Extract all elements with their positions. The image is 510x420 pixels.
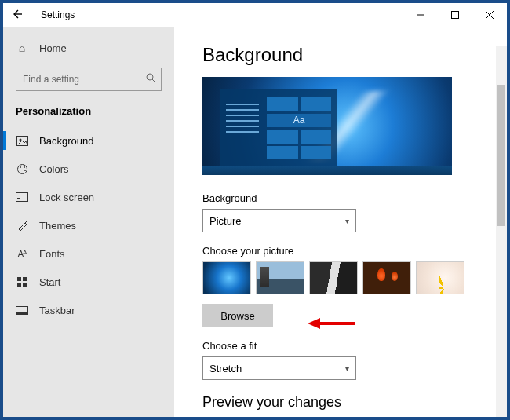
themes-icon [16,220,28,232]
back-button[interactable] [3,3,30,27]
sidebar-item-label: Background [39,135,93,147]
sidebar-item-taskbar[interactable]: Taskbar [3,296,174,324]
svg-rect-17 [16,312,28,314]
content-pane: Background Aa Background Picture ▾ [174,27,507,417]
search-placeholder: Find a setting [23,74,79,85]
window-title: Settings [41,9,75,20]
maximize-button[interactable] [438,3,472,27]
svg-rect-13 [23,277,27,281]
sidebar-item-start[interactable]: Start [3,268,174,296]
sidebar-home-label: Home [39,42,67,54]
svg-line-3 [152,79,155,82]
back-icon [11,9,22,22]
picture-icon [16,136,28,146]
fit-select-value: Stretch [209,363,242,374]
sidebar-home[interactable]: ⌂ Home [3,35,174,61]
picture-thumb-3[interactable] [309,261,358,294]
browse-button[interactable]: Browse [202,304,273,327]
search-icon [146,73,156,86]
fit-label: Choose a fit [202,340,485,352]
sidebar-item-fonts[interactable]: AA Fonts [3,239,174,268]
picture-thumb-4[interactable] [362,261,411,294]
picture-thumb-2[interactable] [256,261,304,294]
svg-point-8 [24,166,25,168]
picture-thumbnails [202,261,485,294]
fonts-icon: AA [16,249,28,258]
svg-rect-1 [452,12,459,19]
picture-thumb-5[interactable] [416,261,464,294]
taskbar-icon [16,306,28,315]
browse-button-label: Browse [220,310,254,322]
palette-icon [16,163,28,175]
sidebar-section-title: Personalization [3,100,174,126]
svg-point-9 [24,170,26,171]
fit-select[interactable]: Stretch ▾ [202,356,356,380]
sidebar-item-label: Taskbar [39,305,75,316]
chevron-down-icon: ▾ [345,364,349,373]
desktop-preview: Aa [202,77,452,175]
page-title: Background [202,44,485,66]
svg-point-5 [19,138,21,141]
sidebar-item-label: Themes [39,220,76,232]
svg-point-6 [17,164,27,173]
svg-point-2 [147,74,153,80]
home-icon: ⌂ [16,42,28,54]
sidebar-item-label: Lock screen [39,192,94,203]
settings-window: Settings ⌂ Home Find a setting Personali… [3,3,507,417]
sidebar-item-colors[interactable]: Colors [3,155,174,183]
scrollbar[interactable] [496,46,507,417]
sidebar-item-label: Fonts [39,248,65,260]
minimize-button[interactable] [403,3,438,27]
close-button[interactable] [472,3,507,27]
background-select-value: Picture [209,215,241,227]
preview-changes-heading: Preview your changes [202,394,485,411]
svg-rect-11 [17,198,20,199]
svg-rect-12 [17,277,21,281]
sidebar-item-lockscreen[interactable]: Lock screen [3,183,174,211]
svg-rect-15 [23,283,27,287]
chevron-down-icon: ▾ [345,217,349,225]
preview-aa-tile: Aa [267,114,331,128]
svg-rect-14 [17,283,21,287]
lockscreen-icon [16,192,28,202]
svg-point-7 [20,166,21,168]
background-select[interactable]: Picture ▾ [202,209,356,232]
choose-picture-label: Choose your picture [202,245,485,257]
scrollbar-thumb[interactable] [497,85,505,226]
sidebar-item-background[interactable]: Background [3,126,174,155]
start-icon [16,277,28,287]
sidebar-item-label: Start [39,276,60,288]
titlebar: Settings [3,3,507,27]
background-label: Background [202,192,485,204]
search-input[interactable]: Find a setting [16,68,162,91]
sidebar: ⌂ Home Find a setting Personalization Ba… [3,27,174,417]
svg-rect-10 [16,193,28,202]
picture-thumb-1[interactable] [202,261,251,294]
sidebar-item-label: Colors [39,163,69,175]
sidebar-item-themes[interactable]: Themes [3,211,174,239]
